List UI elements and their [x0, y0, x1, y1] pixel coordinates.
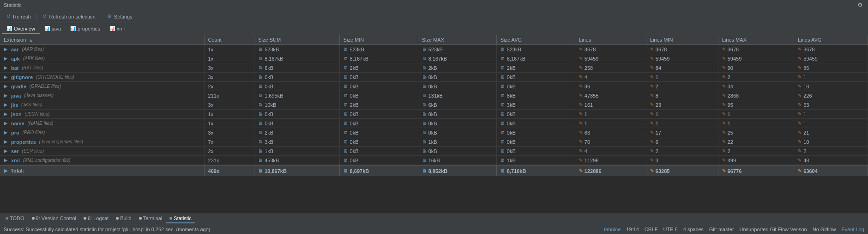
lines-cell-java: ✎ 47855 — [575, 91, 646, 100]
col-extension[interactable]: Extension ▲ — [0, 35, 204, 45]
size-min-icon-aar: 🗎 — [344, 47, 348, 52]
encoding-status: UTF-8 — [663, 227, 678, 232]
count-cell-java: 211x — [204, 91, 254, 100]
size-avg-cell-java: 🗎 8kB — [496, 91, 575, 100]
bottom-tab-version-control[interactable]: 9: Version Control — [28, 214, 80, 223]
col-lines-label: Lines — [579, 37, 591, 43]
lines-max-cell-xml: ✎ 499 — [718, 156, 794, 166]
size-sum-cell-json: 🗎 0kB — [254, 110, 339, 119]
lines-avg-cell-name: ✎ 1 — [794, 119, 868, 128]
size-max-cell-apk: 🗎 8,167kB — [418, 54, 496, 63]
ext-desc-bat: (BAT files) — [21, 65, 43, 70]
size-avg-icon-pro: 🗎 — [500, 130, 505, 135]
statistics-table-container[interactable]: Extension ▲ Count Size SUM Size MIN Size… — [0, 35, 868, 213]
lines-min-cell-pro: ✎ 17 — [646, 128, 718, 137]
todo-tab-icon — [6, 217, 8, 220]
terminal-tab-icon — [139, 217, 142, 220]
size-min-cell-gradle: 🗎 0kB — [339, 82, 418, 91]
total-size-avg-value: 8,710kB — [507, 168, 526, 174]
tab-java[interactable]: 📊 java — [40, 24, 66, 34]
lines-cell-name: ✎ 1 — [575, 119, 646, 128]
lines-cell-json: ✎ 1 — [575, 110, 646, 119]
size-avg-cell-apk: 🗎 8,167kB — [496, 54, 575, 63]
lines-min-icon-bat: ✎ — [650, 65, 654, 70]
bottom-tab-logcat[interactable]: 6: Logcat — [80, 214, 112, 223]
size-min-icon-java: 🗎 — [344, 93, 348, 98]
ext-cell-properties: ▶ properties (Java properties files) — [0, 137, 204, 147]
bottom-tab-todo[interactable]: TODO — [2, 214, 28, 223]
size-avg-cell-jks: 🗎 3kB — [496, 100, 575, 110]
count-cell-name: 1x — [204, 119, 254, 128]
total-size-max-icon: 🗎 — [422, 168, 427, 173]
ext-desc-java: (Java classes) — [23, 93, 54, 98]
col-size-avg[interactable]: Size AVG — [496, 35, 575, 45]
lines-min-icon-pro: ✎ — [650, 130, 654, 135]
bottom-tab-terminal[interactable]: Terminal — [135, 214, 166, 223]
size-max-cell-java: 🗎 131kB — [418, 91, 496, 100]
col-lines-avg[interactable]: Lines AVG — [794, 35, 868, 45]
ext-name-jks: jks — [11, 102, 18, 108]
count-cell-json: 1x — [204, 110, 254, 119]
col-lines-min[interactable]: Lines MIN — [646, 35, 718, 45]
size-min-icon-jks: 🗎 — [344, 102, 348, 107]
refresh-button[interactable]: ↺ Refresh — [3, 12, 33, 21]
vcs-tab-label: 9: Version Control — [36, 216, 76, 221]
size-sum-cell-xml: 🗎 453kB — [254, 156, 339, 166]
size-avg-icon-apk: 🗎 — [500, 56, 505, 61]
col-lines-min-label: Lines MIN — [650, 37, 673, 43]
size-sum-icon-properties: 🗎 — [258, 139, 263, 144]
bottom-tab-build[interactable]: Build — [112, 214, 135, 223]
tab-overview[interactable]: 📊 Overview — [2, 24, 40, 34]
total-lines-avg-value: 63604 — [803, 168, 818, 174]
col-size-max[interactable]: Size MAX — [418, 35, 496, 45]
size-avg-cell-pro: 🗎 0kB — [496, 128, 575, 137]
col-count[interactable]: Count — [204, 35, 254, 45]
settings-button[interactable]: ⚙ Settings — [104, 12, 135, 21]
size-max-cell-xml: 🗎 16kB — [418, 156, 496, 166]
ext-name-aar: aar — [11, 47, 19, 52]
lines-max-cell-pro: ✎ 25 — [718, 128, 794, 137]
col-lines-max[interactable]: Lines MAX — [718, 35, 794, 45]
size-sum-cell-name: 🗎 0kB — [254, 119, 339, 128]
ext-name-gradle: gradle — [11, 84, 26, 89]
size-max-cell-gradle: 🗎 0kB — [418, 82, 496, 91]
tab-xml[interactable]: 📊 xml — [105, 24, 129, 34]
lines-avg-icon-gradle: ✎ — [798, 84, 802, 89]
table-row: ▶ properties (Java properties files) 7x … — [0, 137, 868, 147]
refresh-on-selection-button[interactable]: ↺ Refresh on selection — [39, 12, 98, 21]
col-size-min[interactable]: Size MIN — [339, 35, 418, 45]
ext-cell-apk: ▶ apk (APK files) — [0, 54, 204, 63]
size-max-icon-xml: 🗎 — [422, 158, 427, 163]
event-log-status[interactable]: Event Log — [841, 227, 864, 232]
vcs-status: Git: master — [709, 227, 734, 232]
size-max-icon-properties: 🗎 — [422, 139, 427, 144]
total-lines-avg: ✎ 63604 — [794, 165, 868, 176]
size-max-cell-gitignore: 🗎 0kB — [418, 73, 496, 82]
time-status: 19:14 — [626, 227, 639, 232]
status-bar: Success: Successfully calculated statist… — [0, 224, 868, 234]
tab-properties[interactable]: 📊 properties — [66, 24, 105, 34]
col-lines[interactable]: Lines — [575, 35, 646, 45]
lines-avg-cell-xml: ✎ 48 — [794, 156, 868, 166]
lines-min-icon-ser: ✎ — [650, 148, 654, 154]
table-row: ▶ xml (XML configuration file) 231x 🗎 45… — [0, 156, 868, 166]
table-body: ▶ aar (AAR files) 1x 🗎 523kB 🗎 523kB 🗎 5… — [0, 45, 868, 166]
lines-cell-jks: ✎ 161 — [575, 100, 646, 110]
lines-avg-cell-java: ✎ 226 — [794, 91, 868, 100]
lines-min-cell-gitignore: ✎ 1 — [646, 73, 718, 82]
row-check-icon: ▶ — [4, 120, 7, 126]
refresh-label: Refresh — [13, 14, 31, 19]
settings-title-icon[interactable]: ⚙ — [856, 1, 864, 8]
bottom-tab-statistic[interactable]: Statistic — [166, 214, 195, 223]
col-lines-avg-label: Lines AVG — [798, 37, 821, 43]
size-sum-icon-apk: 🗎 — [258, 56, 263, 61]
col-size-sum[interactable]: Size SUM — [254, 35, 339, 45]
ext-desc-gitignore: (GITIGNORE files) — [35, 74, 74, 80]
xml-tab-label: xml — [117, 26, 125, 31]
ext-desc-properties: (Java properties files) — [38, 139, 83, 144]
size-min-cell-gitignore: 🗎 0kB — [339, 73, 418, 82]
row-check-icon: ▶ — [4, 83, 7, 89]
tabnine-status: tabnine — [604, 227, 621, 232]
size-sum-icon-java: 🗎 — [258, 93, 263, 98]
size-min-icon-gitignore: 🗎 — [344, 74, 348, 80]
